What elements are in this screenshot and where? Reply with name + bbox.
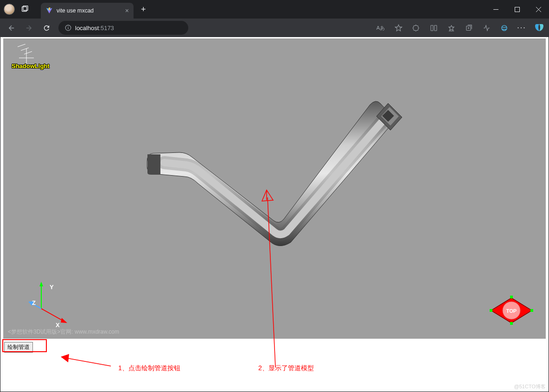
shadowlight-label: ShadowLight (12, 63, 50, 70)
view-cube[interactable]: TOP (488, 294, 535, 330)
split-screen-icon[interactable] (426, 20, 441, 36)
favorite-icon[interactable] (390, 20, 406, 36)
tab-actions-icon[interactable] (19, 3, 32, 16)
blog-watermark: @51CTO博客 (514, 383, 546, 390)
favorites-bar-icon[interactable] (443, 20, 459, 36)
performance-icon[interactable] (479, 20, 494, 36)
copilot-icon[interactable] (533, 22, 545, 34)
svg-rect-33 (510, 322, 513, 325)
maximize-button[interactable] (506, 0, 528, 19)
svg-marker-23 (39, 282, 43, 286)
draw-pipe-button[interactable]: 绘制管道 (4, 342, 33, 353)
url-text: localhost:5173 (75, 25, 114, 32)
svg-line-16 (18, 44, 26, 47)
window-titlebar: vite use mxcad × + (0, 0, 549, 19)
more-icon[interactable]: ··· (514, 20, 530, 36)
axis-x-label: X (56, 322, 60, 329)
annotation-text-2: 2、显示了管道模型 (258, 364, 314, 373)
svg-line-35 (64, 358, 111, 366)
collections-icon[interactable] (461, 20, 477, 36)
info-icon (65, 25, 71, 31)
internet-explorer-icon[interactable] (496, 20, 512, 36)
annotation-arrow-1 (60, 352, 115, 369)
read-aloud-icon[interactable]: Aあ (373, 20, 389, 36)
new-tab-button[interactable]: + (141, 5, 146, 14)
address-bar: localhost:5173 Aあ ··· (0, 19, 549, 37)
extensions-icon[interactable] (408, 20, 424, 36)
svg-line-17 (21, 48, 29, 51)
svg-marker-36 (61, 354, 69, 362)
svg-line-18 (24, 51, 32, 54)
svg-line-37 (268, 197, 275, 367)
page-content: ShadowLight (0, 37, 549, 392)
svg-rect-31 (510, 296, 513, 298)
svg-line-24 (41, 309, 64, 322)
url-input[interactable]: localhost:5173 (58, 21, 188, 35)
close-tab-icon[interactable]: × (125, 7, 129, 14)
vite-icon (45, 7, 53, 14)
tab-title: vite use mxcad (57, 7, 94, 14)
axis-z-label: Z (32, 299, 36, 306)
svg-point-8 (68, 26, 69, 27)
svg-rect-32 (530, 309, 533, 312)
svg-rect-34 (490, 309, 492, 312)
svg-rect-3 (515, 7, 519, 12)
forward-button (21, 20, 36, 35)
annotation-text-1: 1、点击绘制管道按钮 (118, 364, 180, 373)
axis-y-label: Y (50, 284, 54, 291)
svg-point-15 (501, 25, 506, 30)
svg-rect-10 (434, 25, 436, 30)
svg-marker-25 (61, 318, 67, 323)
back-button[interactable] (4, 20, 19, 35)
annotation-arrow-2 (259, 189, 282, 370)
browser-tab[interactable]: vite use mxcad × (41, 3, 134, 19)
watermark-text: <梦想软件3D试用版>官网: www.mxdraw.com (8, 328, 119, 336)
svg-rect-9 (431, 25, 433, 30)
profile-avatar[interactable] (4, 4, 15, 15)
minimize-button[interactable] (485, 0, 506, 19)
window-close-button[interactable] (528, 0, 549, 19)
refresh-button[interactable] (39, 20, 54, 35)
svg-text:TOP: TOP (506, 308, 517, 314)
